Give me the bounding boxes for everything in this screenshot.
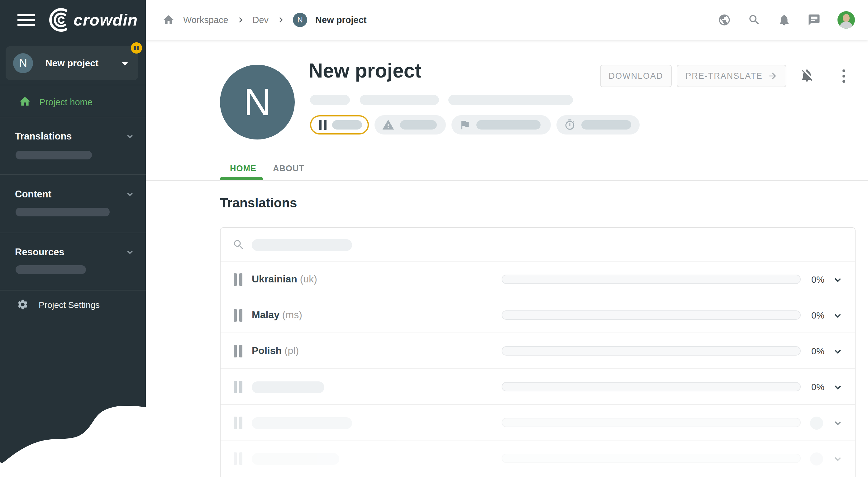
avatar-shoulders <box>839 22 853 29</box>
language-code: (uk) <box>300 273 317 284</box>
more-options-button[interactable] <box>837 68 850 83</box>
sidebar-item-translations[interactable]: Translations <box>0 131 146 142</box>
language-row-loading[interactable]: 0% <box>221 369 855 405</box>
breadcrumb: Workspace Dev N New project <box>146 13 366 27</box>
skeleton-bar <box>16 151 92 160</box>
breadcrumb-current: New project <box>315 15 366 25</box>
project-selector[interactable]: N New project <box>6 46 138 80</box>
language-row-loading[interactable] <box>221 441 855 476</box>
mute-notifications-button[interactable] <box>799 66 815 85</box>
bell-off-icon <box>800 68 814 83</box>
chevron-down-icon[interactable] <box>833 454 843 466</box>
progress-percent: 0% <box>798 310 825 321</box>
sidebar-header: crowdin <box>0 0 146 40</box>
tab-border <box>146 180 868 181</box>
chevron-down-icon[interactable] <box>833 382 843 394</box>
sidebar-wave-decoration <box>0 387 146 477</box>
progress-bar <box>502 275 801 284</box>
page-title: New project <box>308 59 422 82</box>
language-search[interactable] <box>221 228 855 262</box>
skeleton-pill <box>252 239 352 251</box>
menu-icon[interactable] <box>18 14 35 26</box>
bell-icon[interactable] <box>778 13 791 27</box>
search-icon <box>232 238 245 252</box>
search-icon[interactable] <box>748 13 761 27</box>
main-content: N New project DOWNLOAD PRE-TRANSLATE <box>146 40 868 477</box>
progress-bar <box>502 382 801 391</box>
divider <box>0 174 146 175</box>
pause-icon <box>234 345 242 357</box>
project-settings-label: Project Settings <box>39 300 100 310</box>
sidebar-item-content[interactable]: Content <box>0 189 146 200</box>
pre-translate-button[interactable]: PRE-TRANSLATE <box>677 65 786 87</box>
status-chip-flag[interactable] <box>452 115 551 135</box>
progress-bar <box>502 310 801 320</box>
section-title: Translations <box>15 131 72 142</box>
language-row-ukrainian[interactable]: Ukrainian (uk) 0% <box>221 262 855 297</box>
chevron-down-icon[interactable] <box>833 346 843 358</box>
language-row-polish[interactable]: Polish (pl) 0% <box>221 333 855 369</box>
tab-about[interactable]: ABOUT <box>273 164 304 173</box>
topbar-icons <box>718 11 868 29</box>
crowdin-logo[interactable]: crowdin <box>44 8 138 32</box>
sidebar-item-project-settings[interactable]: Project Settings <box>0 295 146 315</box>
skeleton-pill <box>310 95 350 105</box>
sidebar-item-project-home[interactable]: Project home <box>0 91 146 113</box>
logo-wordmark: crowdin <box>73 10 138 29</box>
skeleton-pill <box>252 381 324 393</box>
sidebar-item-resources[interactable]: Resources <box>0 247 146 258</box>
skeleton-pill <box>332 120 362 130</box>
globe-icon[interactable] <box>718 13 731 27</box>
sidebar: crowdin N New project Project home Trans… <box>0 0 146 477</box>
skeleton-pill <box>360 95 439 105</box>
timer-icon <box>564 119 576 131</box>
status-chip-warning[interactable] <box>374 115 446 135</box>
project-selector-label: New project <box>45 58 98 68</box>
section-title: Resources <box>15 247 64 258</box>
language-label: Polish <box>252 345 282 356</box>
arrow-right-icon <box>768 71 778 81</box>
pause-icon <box>234 309 242 321</box>
project-home-label: Project home <box>39 97 93 107</box>
caret-down-icon <box>122 62 128 66</box>
download-button[interactable]: DOWNLOAD <box>600 65 672 87</box>
sidebar-section-resources: Resources <box>0 247 146 258</box>
sidebar-section-content: Content <box>0 189 146 200</box>
progress-bar <box>502 346 801 355</box>
language-row-malay[interactable]: Malay (ms) 0% <box>221 297 855 333</box>
status-chip-timer[interactable] <box>556 115 640 135</box>
chevron-right-icon <box>277 16 285 24</box>
skeleton-bar <box>16 208 110 216</box>
pause-icon <box>234 452 242 465</box>
kebab-menu-icon <box>842 69 845 83</box>
gear-icon <box>17 299 29 312</box>
language-code: (pl) <box>284 345 299 356</box>
progress-percent: 0% <box>798 275 825 285</box>
chat-icon[interactable] <box>808 13 820 27</box>
pause-icon <box>234 381 242 393</box>
chevron-down-icon <box>125 132 134 141</box>
language-label: Ukrainian <box>252 273 297 284</box>
breadcrumb-dev[interactable]: Dev <box>253 15 269 25</box>
skeleton-pill <box>581 120 631 130</box>
tab-home[interactable]: HOME <box>230 164 256 173</box>
home-icon[interactable] <box>162 13 175 27</box>
user-avatar[interactable] <box>837 11 855 29</box>
status-chip-paused[interactable] <box>310 115 369 135</box>
pause-icon <box>234 417 242 429</box>
chevron-right-icon <box>237 16 245 24</box>
chevron-down-icon[interactable] <box>833 310 843 322</box>
language-row-loading[interactable] <box>221 405 855 441</box>
section-title: Content <box>15 189 52 200</box>
project-avatar: N <box>13 53 33 73</box>
breadcrumb-workspace[interactable]: Workspace <box>183 15 228 25</box>
chevron-down-icon[interactable] <box>833 418 843 430</box>
paused-badge-icon <box>131 42 142 54</box>
chevron-down-icon[interactable] <box>833 275 843 286</box>
crowdin-emblem-icon <box>44 8 70 32</box>
pause-icon <box>234 273 242 286</box>
breadcrumb-project-avatar: N <box>293 13 307 27</box>
language-label: Malay <box>252 309 279 320</box>
skeleton-pill <box>252 453 339 465</box>
pause-icon <box>319 120 327 130</box>
